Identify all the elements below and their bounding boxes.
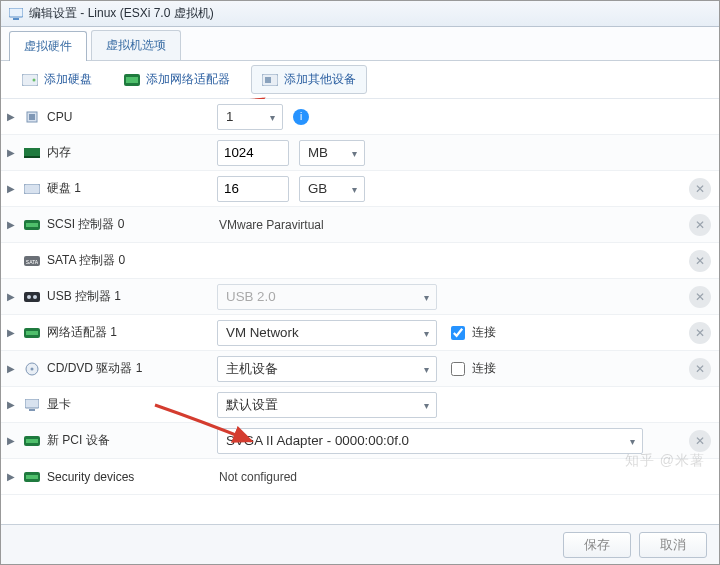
- expand-toggle[interactable]: ▶: [7, 471, 17, 482]
- cdrom-select[interactable]: 主机设备: [217, 356, 437, 382]
- row-cdrom: ▶ CD/DVD 驱动器 1 主机设备 连接 ✕: [1, 351, 719, 387]
- row-cpu: ▶ CPU 1 i: [1, 99, 719, 135]
- disk-icon: [23, 182, 41, 196]
- pci-device-select[interactable]: SVGA II Adapter - 0000:00:0f.0: [217, 428, 643, 454]
- video-label: 显卡: [47, 396, 71, 413]
- add-disk-label: 添加硬盘: [44, 71, 92, 88]
- svg-point-18: [27, 295, 31, 299]
- svg-rect-11: [24, 156, 40, 158]
- delete-icon[interactable]: ✕: [689, 214, 711, 236]
- svg-rect-10: [24, 148, 40, 156]
- usb-label: USB 控制器 1: [47, 288, 121, 305]
- expand-toggle[interactable]: ▶: [7, 147, 17, 158]
- security-value: Not configured: [217, 470, 297, 484]
- svg-rect-7: [265, 77, 271, 83]
- video-icon: [23, 398, 41, 412]
- row-usb: ▶ USB 控制器 1 USB 2.0 ✕: [1, 279, 719, 315]
- settings-list: ▶ CPU 1 i ▶ 内存 MB ▶ 硬盘: [1, 99, 719, 524]
- footer: 保存 取消: [1, 524, 719, 564]
- memory-unit-select[interactable]: MB: [299, 140, 365, 166]
- svg-rect-17: [24, 292, 40, 302]
- info-icon[interactable]: i: [293, 109, 309, 125]
- security-icon: [23, 470, 41, 484]
- svg-rect-9: [29, 114, 35, 120]
- disk-size-input[interactable]: [217, 176, 289, 202]
- svg-point-19: [33, 295, 37, 299]
- video-select[interactable]: 默认设置: [217, 392, 437, 418]
- add-disk-button[interactable]: 添加硬盘: [11, 65, 103, 94]
- svg-text:SATA: SATA: [26, 259, 39, 265]
- delete-icon[interactable]: ✕: [689, 322, 711, 344]
- svg-rect-14: [26, 223, 38, 227]
- expand-toggle[interactable]: ▶: [7, 435, 17, 446]
- disk-icon: [22, 72, 38, 88]
- tab-vm-options[interactable]: 虚拟机选项: [91, 30, 181, 60]
- svg-point-3: [33, 78, 36, 81]
- memory-icon: [23, 146, 41, 160]
- security-label: Security devices: [47, 470, 134, 484]
- svg-rect-0: [9, 8, 23, 17]
- row-pci: ▶ 新 新 PCI 设备 SVGA II Adapter - 0000:00:0…: [1, 423, 719, 459]
- row-security: ▶ Security devices Not configured: [1, 459, 719, 495]
- usb-icon: [23, 290, 41, 304]
- nic-icon: [124, 72, 140, 88]
- cdrom-icon: [23, 362, 41, 376]
- scsi-value: VMware Paravirtual: [217, 218, 324, 232]
- scsi-label: SCSI 控制器 0: [47, 216, 124, 233]
- disk-unit-select[interactable]: GB: [299, 176, 365, 202]
- delete-icon[interactable]: ✕: [689, 250, 711, 272]
- delete-icon[interactable]: ✕: [689, 178, 711, 200]
- expand-toggle[interactable]: ▶: [7, 219, 17, 230]
- add-nic-button[interactable]: 添加网络适配器: [113, 65, 241, 94]
- expand-toggle[interactable]: ▶: [7, 111, 17, 122]
- svg-rect-24: [25, 399, 39, 408]
- svg-rect-1: [13, 18, 19, 20]
- row-memory: ▶ 内存 MB: [1, 135, 719, 171]
- add-other-device-label: 添加其他设备: [284, 71, 356, 88]
- row-nic: ▶ 网络适配器 1 VM Network 连接 ✕: [1, 315, 719, 351]
- expand-toggle[interactable]: ▶: [7, 291, 17, 302]
- nic-network-select[interactable]: VM Network: [217, 320, 437, 346]
- tab-virtual-hardware[interactable]: 虚拟硬件: [9, 31, 87, 61]
- row-video: ▶ 显卡 默认设置: [1, 387, 719, 423]
- svg-rect-5: [126, 77, 138, 83]
- window-icon: [9, 8, 23, 20]
- add-nic-label: 添加网络适配器: [146, 71, 230, 88]
- nic-icon: [23, 326, 41, 340]
- scsi-icon: [23, 218, 41, 232]
- delete-icon[interactable]: ✕: [689, 358, 711, 380]
- svg-rect-2: [22, 74, 38, 86]
- svg-rect-27: [26, 439, 38, 443]
- pci-label: 新 PCI 设备: [47, 432, 110, 449]
- titlebar: 编辑设置 - Linux (ESXi 7.0 虚拟机): [1, 1, 719, 27]
- nic-label: 网络适配器 1: [47, 324, 117, 341]
- expand-toggle[interactable]: ▶: [7, 363, 17, 374]
- svg-point-23: [31, 367, 34, 370]
- cpu-icon: [23, 110, 41, 124]
- disk-label: 硬盘 1: [47, 180, 81, 197]
- svg-rect-21: [26, 331, 38, 335]
- toolbar: 添加硬盘 添加网络适配器 添加其他设备: [1, 61, 719, 99]
- add-other-device-button[interactable]: 添加其他设备: [251, 65, 367, 94]
- cancel-button[interactable]: 取消: [639, 532, 707, 558]
- expand-toggle[interactable]: ▶: [7, 183, 17, 194]
- memory-input[interactable]: [217, 140, 289, 166]
- row-scsi: ▶ SCSI 控制器 0 VMware Paravirtual ✕: [1, 207, 719, 243]
- expand-toggle[interactable]: ▶: [7, 399, 17, 410]
- sata-icon: SATA: [23, 254, 41, 268]
- svg-rect-25: [29, 409, 35, 411]
- window-title: 编辑设置 - Linux (ESXi 7.0 虚拟机): [29, 5, 214, 22]
- cpu-count-select[interactable]: 1: [217, 104, 283, 130]
- cpu-label: CPU: [47, 110, 72, 124]
- delete-icon[interactable]: ✕: [689, 286, 711, 308]
- save-button[interactable]: 保存: [563, 532, 631, 558]
- usb-select: USB 2.0: [217, 284, 437, 310]
- tab-strip: 虚拟硬件 虚拟机选项: [1, 27, 719, 61]
- delete-icon[interactable]: ✕: [689, 430, 711, 452]
- pci-icon: [23, 434, 41, 448]
- sata-label: SATA 控制器 0: [47, 252, 125, 269]
- expand-toggle[interactable]: ▶: [7, 327, 17, 338]
- nic-connect-checkbox[interactable]: 连接: [447, 323, 496, 343]
- cdrom-connect-checkbox[interactable]: 连接: [447, 359, 496, 379]
- cdrom-label: CD/DVD 驱动器 1: [47, 360, 142, 377]
